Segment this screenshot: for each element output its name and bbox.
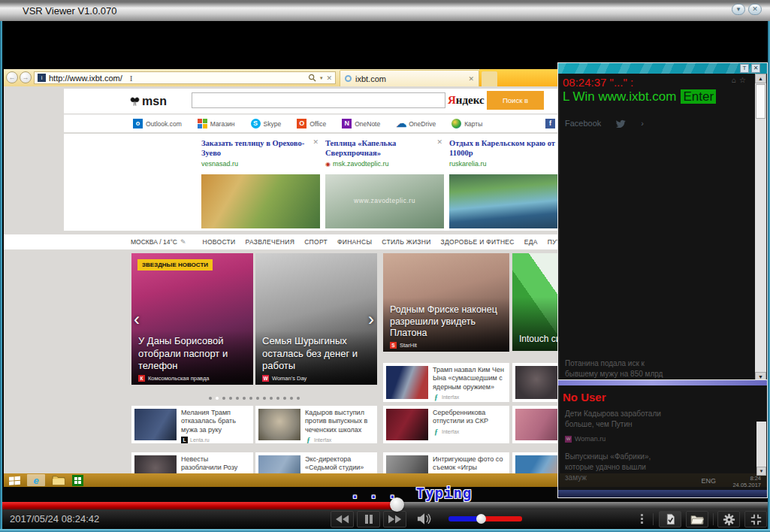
service-office[interactable]: OOffice (297, 119, 326, 128)
taskbar-store-button[interactable] (72, 475, 83, 486)
nav-item[interactable]: НОВОСТИ (202, 238, 235, 246)
facebook-icon[interactable]: f (545, 119, 555, 128)
service-onedrive[interactable]: ☁OneDrive (396, 119, 436, 128)
typing-indicator-text: . . . Typing (351, 485, 473, 501)
address-bar[interactable]: i http://www.ixbt.com/ I ▾ ✕ (34, 71, 336, 84)
news-card[interactable]: Кадыров выступил против выпускных в чече… (255, 406, 377, 443)
pause-button[interactable] (357, 511, 380, 527)
nav-item[interactable]: СТИЛЬ ЖИЗНИ (382, 238, 430, 246)
browser-forward-button[interactable]: → (20, 71, 32, 83)
playback-timeline[interactable] (2, 502, 768, 509)
news-card[interactable]: Мелания Трамп отказалась брать мужа за р… (131, 406, 253, 443)
fit-window-button[interactable] (744, 511, 767, 527)
news-card[interactable]: Трамп назвал Ким Чен Ына «сумасшедшим с … (383, 363, 509, 402)
news-card[interactable]: Серебренникова отпустили из СКРƒInterfax (383, 406, 509, 443)
msn-services-bar: oOutlook.com Магазин SSkype OOffice NOne… (64, 114, 560, 132)
carousel-dots[interactable] (131, 389, 377, 403)
settings-button[interactable] (717, 511, 740, 527)
service-onenote[interactable]: NOneNote (342, 119, 380, 128)
open-folder-button[interactable] (686, 511, 708, 527)
enter-key-highlight: Enter (681, 89, 716, 104)
user-status-panel: No User Дети Кадырова заработали больше,… (557, 379, 768, 498)
news-card[interactable]: Экс-директора «Седьмой студии» задержали… (255, 452, 377, 473)
minimize-button[interactable]: ▾ (732, 4, 745, 15)
nav-item[interactable]: ФИНАНСЫ (337, 238, 372, 246)
user-panel-header[interactable] (558, 380, 767, 385)
msn-logo[interactable]: msn (130, 95, 167, 108)
browser-tab[interactable]: ixbt.com ✕ (340, 70, 479, 86)
tab-close-icon[interactable]: ✕ (468, 75, 474, 83)
tile-headline[interactable]: Семья Шурыгиных осталась без денег и раб… (262, 335, 373, 372)
nav-item[interactable]: ЗДОРОВЬЕ И ФИТНЕС (441, 238, 515, 246)
service-skype[interactable]: SSkype (251, 119, 282, 128)
ad-title[interactable]: Теплица «Капелька Сверхпрочная» (325, 138, 444, 158)
search-icon[interactable] (308, 74, 316, 82)
rewind-button[interactable] (331, 511, 354, 527)
scroll-up-icon[interactable]: ▲ (755, 74, 766, 83)
news-tile[interactable]: Intouch сильно сни (512, 253, 560, 351)
keylog-panel-header[interactable] (558, 63, 767, 74)
news-card[interactable] (512, 406, 560, 443)
stop-icon[interactable]: ✕ (326, 74, 332, 82)
toolbar-divider (653, 513, 654, 525)
service-store[interactable]: Магазин (198, 119, 235, 128)
user-panel-scrollbar[interactable]: ▼ (756, 422, 766, 476)
start-button[interactable] (9, 474, 20, 486)
keylog-close-button[interactable]: ✕ (751, 64, 760, 73)
taskbar-ie-button[interactable]: e (27, 474, 45, 486)
ad-title[interactable]: Отдых в Карельском краю от 11000р (449, 138, 560, 158)
ad-close-icon[interactable]: ✕ (313, 138, 319, 146)
ad-title[interactable]: Заказать теплицу в Орехово-Зуево (201, 138, 320, 158)
ad-image[interactable]: www.zavodteplic.ru (325, 174, 444, 228)
news-card[interactable]: Интригующие фото со съемок «Игры престол… (383, 452, 509, 473)
web-search-button[interactable]: Поиск в Интернете (487, 91, 544, 110)
news-card[interactable]: Невесты разоблачили Розу Сябитову (131, 452, 253, 473)
speaker-button[interactable] (417, 512, 432, 528)
tile-headline[interactable]: Родным Фриске наконец разрешили увидеть … (390, 304, 505, 340)
weather-label[interactable]: МОСКВА / 14°C (131, 238, 177, 246)
url-text[interactable]: http://www.ixbt.com/ (49, 74, 122, 83)
window-title: VSR Viewer V1.0.070 (23, 5, 117, 17)
scroll-down-icon[interactable]: ▼ (756, 467, 766, 476)
ad-image[interactable] (449, 174, 560, 228)
service-outlook[interactable]: oOutlook.com (133, 119, 182, 128)
news-card[interactable] (512, 452, 560, 473)
service-maps[interactable]: Карты (451, 119, 482, 128)
nav-item[interactable]: РАЗВЛЕЧЕНИЯ (245, 238, 294, 246)
taskbar-explorer-button[interactable] (52, 474, 65, 486)
volume-knob[interactable] (476, 514, 486, 524)
tile-headline[interactable]: Intouch сильно сни (519, 334, 560, 345)
news-card[interactable] (512, 363, 560, 402)
ad-card[interactable]: Отдых в Карельском краю от 11000р ✕ rusk… (449, 138, 560, 228)
volume-slider[interactable] (448, 516, 522, 521)
ad-image[interactable] (201, 174, 320, 228)
browser-back-button[interactable]: ← (6, 71, 18, 83)
ad-card[interactable]: Теплица «Капелька Сверхпрочная» ✕ ◉msk.z… (325, 138, 444, 228)
news-thumbnail (258, 409, 300, 440)
carousel-tile[interactable]: Семья Шурыгиных осталась без денег и раб… (255, 253, 377, 385)
carousel-prev-icon[interactable]: ‹ (134, 310, 140, 328)
ad-card[interactable]: Заказать теплицу в Орехово-Зуево ✕ vesna… (201, 138, 320, 228)
edit-location-icon[interactable]: ✎ (180, 238, 186, 246)
fast-forward-button[interactable] (383, 511, 406, 527)
search-input[interactable] (192, 92, 445, 108)
new-tab-button[interactable] (482, 71, 497, 86)
more-options-button[interactable] (641, 514, 643, 524)
tab-title[interactable]: ixbt.com (355, 74, 464, 83)
scrollbar-thumb[interactable] (756, 84, 765, 119)
title-bar[interactable]: VSR Viewer V1.0.070 ▾ ✕ (0, 0, 770, 21)
nav-item[interactable]: СПОРТ (304, 238, 328, 246)
keylog-scrollbar[interactable]: ▲ ▼ (755, 74, 766, 382)
close-button[interactable]: ✕ (748, 4, 762, 15)
timeline-position-knob[interactable] (390, 497, 404, 512)
keylog-pin-button[interactable]: T (740, 64, 749, 73)
carousel-tile[interactable]: ЗВЕЗДНЫЕ НОВОСТИ У Даны Борисовой отобра… (131, 253, 253, 385)
nav-item[interactable]: ЕДА (524, 238, 538, 246)
export-button[interactable] (659, 511, 681, 527)
tile-headline[interactable]: У Даны Борисовой отобрали паспорт и теле… (138, 335, 249, 372)
carousel-next-icon[interactable]: › (368, 310, 374, 328)
ad-close-icon[interactable]: ✕ (436, 138, 442, 146)
address-dropdown-icon[interactable]: ▾ (320, 75, 323, 81)
news-tile[interactable]: Родным Фриске наконец разрешили увидеть … (383, 253, 509, 352)
window-border-bottom (0, 529, 770, 532)
